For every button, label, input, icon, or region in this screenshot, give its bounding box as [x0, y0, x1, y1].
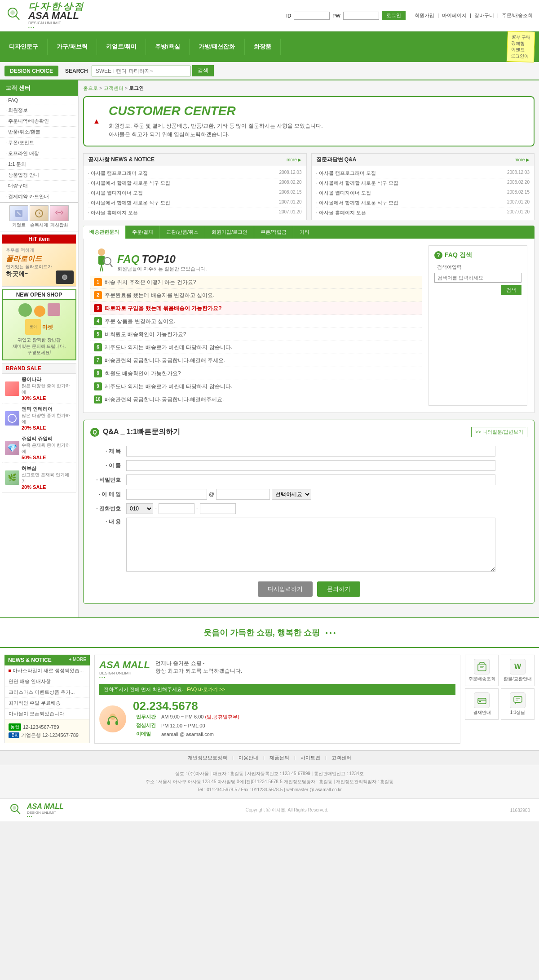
logo-area: 다·자·한·상·점 ASA MALL DESIGN UNLIMIT • • • [4, 2, 83, 29]
faq-item-1[interactable]: 1 배송 위치 추적은 어떻게 하는 건가요? [90, 276, 422, 289]
faq-search-input[interactable] [434, 273, 521, 283]
email-domain-input[interactable] [216, 489, 270, 500]
nav-craft[interactable]: 키얼트/휘미 [97, 39, 146, 55]
faq-item-6[interactable]: 6 제주도나 외지는 배송료가 비싼데 타당하지 않습니다. [90, 341, 422, 354]
sidebar-order[interactable]: · 주문내역/배송확인 [0, 116, 78, 126]
phone-prefix-select[interactable]: 010 011 016 017 018 019 [126, 503, 153, 514]
phone-last-input[interactable] [200, 503, 236, 514]
notice-item-2[interactable]: · 아사몰에서 합께할 새로운 식구 모집 [88, 180, 170, 186]
faq-item-9[interactable]: 9 제주도나 외지는 배송료가 비싼데 타당하지 않습니다. [90, 380, 422, 393]
search-input[interactable] [92, 66, 190, 76]
quick-refund[interactable]: W 환불/교환안내 [501, 655, 535, 686]
cat-watch[interactable]: 손목시계 [30, 205, 49, 228]
reset-button[interactable]: 다시입력하기 [258, 581, 313, 597]
footer-link-terms[interactable]: 이용안내 [239, 755, 258, 760]
cat-fashion[interactable]: 패션잡화 [50, 205, 69, 228]
nav-kitchen[interactable]: 주방/욕실 [146, 39, 190, 55]
bottom-news-more[interactable]: + MORE [69, 657, 86, 663]
breadcrumb-customer[interactable]: 고객센터 [104, 85, 124, 91]
content-textarea[interactable] [126, 518, 495, 572]
sidebar-bulk[interactable]: · 대량구매 [0, 181, 78, 191]
nav-furniture[interactable]: 가구/패브릭 [48, 39, 97, 55]
asa-desc2: 항상 최고가 되도록 노력하겠습니다. [155, 667, 242, 675]
bottom-news-list: 아사스타일이 새로 생성되었습... 연연 배송 안내사항 크리스마스 이벤트상… [4, 665, 90, 719]
subject-input[interactable] [126, 446, 495, 457]
qa-item-5[interactable]: · 아사몰 홈페이지 오픈 [316, 209, 366, 216]
tab-delivery[interactable]: 배송관련문의 [83, 226, 126, 239]
quick-payment[interactable]: 결재안내 [465, 688, 499, 720]
qa-item-4[interactable]: · 아사몰에서 합께할 새로운 식구 모집 [316, 200, 398, 206]
faq-search-button[interactable]: 검색 [501, 285, 521, 295]
sidebar-offline[interactable]: · 오프라인 매장 [0, 148, 78, 159]
nav-bag[interactable]: 가방/패션잡화 [190, 39, 245, 55]
svg-line-28 [17, 811, 20, 814]
faq-item-3[interactable]: 3 따로따로 구입을 했는데 묶음배송이 가능한가요? [90, 302, 422, 315]
brand-item-2[interactable]: 엔틱 인테리어 많은 다양한 종이 한가하에 20% SALE [2, 404, 76, 433]
qa-view-link[interactable]: >> 나의질문/답변보기 [471, 427, 527, 437]
sidebar-return[interactable]: · 반품/취소/환불 [0, 127, 78, 137]
notice-item-3[interactable]: · 아사몰 웹디자이너 모집 [88, 190, 143, 196]
qa-item-3[interactable]: · 아사몰 웹디자이너 모집 [316, 190, 371, 196]
faq-item-2[interactable]: 2 주문완료를 했는데 배송지를 변경하고 싶어요. [90, 289, 422, 302]
footer-link-sitemap[interactable]: 사이트맵 [300, 755, 320, 760]
nav-cosmetics[interactable]: 화장품 [245, 39, 281, 55]
tab-exchange[interactable]: 교환/반품/취소 [160, 226, 205, 239]
search-button[interactable]: 검색 [192, 65, 214, 76]
faq-title-top10: TOP10 [141, 253, 176, 266]
notice-more[interactable]: more ▶ [287, 157, 302, 162]
sidebar-member[interactable]: · 회원정보 [0, 105, 78, 115]
email-input[interactable] [126, 489, 207, 500]
tab-coupon[interactable]: 쿠폰/적립금 [254, 226, 293, 239]
quick-order[interactable]: 주문배송조회 [465, 655, 499, 686]
quick-consult[interactable]: 1:1상담 [501, 688, 535, 720]
footer-link-product[interactable]: 제품문의 [270, 755, 289, 760]
hit-item-banner[interactable]: 추우를 떡하게 폴라로이드 인기있는 폴라로이드가 하곳에~ [2, 244, 76, 286]
logo-dots: • • • [28, 25, 83, 29]
login-button[interactable]: 로그인 [382, 11, 406, 20]
sidebar-faq[interactable]: · FAQ [0, 96, 78, 105]
submit-button[interactable]: 문의하기 [317, 581, 360, 597]
tab-member[interactable]: 회원가입/로그인 [205, 226, 254, 239]
qa-item-1[interactable]: · 아사몰 캠프로그래머 모집 [316, 170, 376, 177]
link-cart[interactable]: 장바구니 [474, 13, 494, 18]
breadcrumb-home[interactable]: 홈으로 [83, 85, 98, 91]
link-mypage[interactable]: 마이페이지 [442, 13, 467, 18]
footer-link-privacy[interactable]: 개인정보보호정책 [188, 755, 227, 760]
brand-item-1[interactable]: 중이나라 많은 다양한 종이 한가하에 30% SALE [2, 374, 76, 404]
bottom-section: NEWS & NOTICE + MORE 아사스타일이 새로 생성되었습... … [0, 648, 539, 750]
faq-item-10[interactable]: 10 배송관련의 궁금합니다.궁금합니다.해결해주세요. [90, 393, 422, 406]
sidebar-inquiry[interactable]: · 1:1 문의 [0, 159, 78, 169]
main-layout: 고객 센터 · FAQ · 회원정보 · 주문내역/배송확인 · 반품/취소/환… [0, 80, 539, 617]
notice-item-5[interactable]: · 아사몰 홈페이지 오픈 [88, 209, 138, 216]
sidebar-coupon[interactable]: · 쿠폰/포인트 [0, 137, 78, 148]
faq-link[interactable]: FAQ 바로가기 >> [187, 686, 225, 693]
sidebar-product-inquiry[interactable]: · 상품입정 안내 [0, 170, 78, 180]
name-input[interactable] [126, 460, 495, 471]
nav-design[interactable]: 디자인문구 [0, 39, 48, 55]
new-open-content[interactable]: 토이 마켓 귀엽고 깜찍한 장난감재미있는 문의해 드립니다.구경오세요! [3, 300, 75, 359]
pw-input[interactable] [343, 12, 379, 20]
faq-item-7[interactable]: 7 배송관련의 궁금합니다.궁금합니다.해결해 주세요. [90, 354, 422, 367]
email-domain-select[interactable]: 선택하세요 naver.com daum.net gmail.com [272, 489, 311, 500]
faq-item-5[interactable]: 5 비회원도 배송확인이 가능한가요? [90, 328, 422, 341]
faq-item-8[interactable]: 8 회원도 배송확인이 가능한가요? [90, 367, 422, 380]
brand-item-4[interactable]: 🌿 허브샵 신고로면 은재육 인기에가 20% SALE [2, 463, 76, 492]
phone-middle-input[interactable] [159, 503, 194, 514]
footer-link-customer[interactable]: 고객센터 [331, 755, 351, 760]
notice-item-4[interactable]: · 아사몰에서 합께할 새로운 식구 모집 [88, 200, 170, 206]
cat-craft[interactable]: 키얼트 [9, 205, 28, 228]
brand-item-3[interactable]: 💎 쥬얼리 쥬얼리 수족 은재육 종이 한가하에 50% SALE [2, 433, 76, 463]
faq-item-4[interactable]: 4 주문 상품을 변경하고 싶어요. [90, 315, 422, 328]
link-membership[interactable]: 회원가입 [415, 13, 434, 18]
sidebar-header: 고객 센터 [0, 80, 78, 96]
qa-form-title: Q Q&A _ 1:1빠른문의하기 [90, 427, 180, 437]
link-order[interactable]: 주문/배송조회 [502, 13, 533, 18]
notice-item-1[interactable]: · 아사몰 캠프로그래머 모집 [88, 170, 148, 177]
tab-other[interactable]: 기타 [293, 226, 316, 239]
id-input[interactable] [294, 12, 330, 20]
tab-order[interactable]: 주문/결재 [126, 226, 160, 239]
qa-notice-more[interactable]: more ▶ [514, 157, 530, 162]
password-input[interactable] [126, 474, 495, 485]
sidebar-payment[interactable]: · 결제예약 카드안내 [0, 191, 78, 202]
qa-item-2[interactable]: · 아사몰에서 합께할 새로운 식구 모집 [316, 180, 398, 186]
